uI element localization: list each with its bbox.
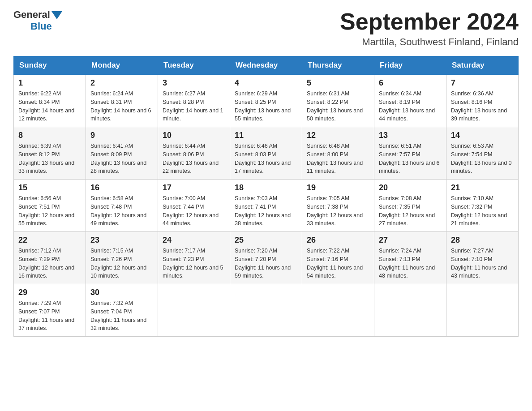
day-number: 3 xyxy=(163,78,225,88)
day-info: Sunrise: 7:29 AM Sunset: 7:07 PM Dayligh… xyxy=(18,299,81,333)
day-info: Sunrise: 6:39 AM Sunset: 8:12 PM Dayligh… xyxy=(18,142,81,176)
calendar-cell: 23 Sunrise: 7:15 AM Sunset: 7:26 PM Dayl… xyxy=(86,232,158,284)
day-number: 1 xyxy=(18,78,81,88)
calendar-cell: 27 Sunrise: 7:24 AM Sunset: 7:13 PM Dayl… xyxy=(374,232,446,284)
day-info: Sunrise: 7:22 AM Sunset: 7:16 PM Dayligh… xyxy=(307,247,369,280)
calendar-cell: 20 Sunrise: 7:08 AM Sunset: 7:35 PM Dayl… xyxy=(374,180,446,232)
day-info: Sunrise: 7:12 AM Sunset: 7:29 PM Dayligh… xyxy=(18,247,81,280)
calendar-cell: 22 Sunrise: 7:12 AM Sunset: 7:29 PM Dayl… xyxy=(14,232,86,284)
logo-blue-text: Blue xyxy=(30,21,52,32)
col-sunday: Sunday xyxy=(14,56,86,75)
calendar-cell: 11 Sunrise: 6:46 AM Sunset: 8:03 PM Dayl… xyxy=(230,127,302,180)
day-info: Sunrise: 6:48 AM Sunset: 8:00 PM Dayligh… xyxy=(307,142,369,176)
calendar-cell: 5 Sunrise: 6:31 AM Sunset: 8:22 PM Dayli… xyxy=(302,75,374,127)
day-number: 28 xyxy=(451,235,514,245)
day-info: Sunrise: 6:27 AM Sunset: 8:28 PM Dayligh… xyxy=(163,90,225,123)
day-number: 6 xyxy=(379,78,442,88)
calendar-cell: 13 Sunrise: 6:51 AM Sunset: 7:57 PM Dayl… xyxy=(374,127,446,180)
calendar-cell: 7 Sunrise: 6:36 AM Sunset: 8:16 PM Dayli… xyxy=(446,75,519,127)
col-thursday: Thursday xyxy=(302,56,374,75)
day-number: 19 xyxy=(307,183,369,193)
calendar-cell: 30 Sunrise: 7:32 AM Sunset: 7:04 PM Dayl… xyxy=(86,284,158,337)
calendar-cell: 16 Sunrise: 6:58 AM Sunset: 7:48 PM Dayl… xyxy=(86,180,158,232)
calendar-cell: 21 Sunrise: 7:10 AM Sunset: 7:32 PM Dayl… xyxy=(446,180,519,232)
calendar-cell: 17 Sunrise: 7:00 AM Sunset: 7:44 PM Dayl… xyxy=(158,180,230,232)
day-info: Sunrise: 6:51 AM Sunset: 7:57 PM Dayligh… xyxy=(379,142,442,176)
calendar-table: Sunday Monday Tuesday Wednesday Thursday… xyxy=(13,56,519,337)
calendar-cell: 14 Sunrise: 6:53 AM Sunset: 7:54 PM Dayl… xyxy=(446,127,519,180)
calendar-cell: 24 Sunrise: 7:17 AM Sunset: 7:23 PM Dayl… xyxy=(158,232,230,284)
day-number: 12 xyxy=(307,131,369,140)
calendar-cell: 29 Sunrise: 7:29 AM Sunset: 7:07 PM Dayl… xyxy=(14,284,86,337)
day-info: Sunrise: 7:08 AM Sunset: 7:35 PM Dayligh… xyxy=(379,194,442,228)
week-row-5: 29 Sunrise: 7:29 AM Sunset: 7:07 PM Dayl… xyxy=(14,284,519,337)
day-info: Sunrise: 6:53 AM Sunset: 7:54 PM Dayligh… xyxy=(451,142,514,176)
calendar-cell: 1 Sunrise: 6:22 AM Sunset: 8:34 PM Dayli… xyxy=(14,75,86,127)
day-info: Sunrise: 6:58 AM Sunset: 7:48 PM Dayligh… xyxy=(90,194,153,228)
day-info: Sunrise: 6:31 AM Sunset: 8:22 PM Dayligh… xyxy=(307,90,369,123)
calendar-cell: 15 Sunrise: 6:56 AM Sunset: 7:51 PM Dayl… xyxy=(14,180,86,232)
day-number: 21 xyxy=(451,183,514,193)
day-number: 17 xyxy=(163,183,225,193)
calendar-cell: 12 Sunrise: 6:48 AM Sunset: 8:00 PM Dayl… xyxy=(302,127,374,180)
location-subtitle: Marttila, Southwest Finland, Finland xyxy=(340,36,519,48)
day-info: Sunrise: 7:10 AM Sunset: 7:32 PM Dayligh… xyxy=(451,194,514,228)
col-saturday: Saturday xyxy=(446,56,519,75)
col-tuesday: Tuesday xyxy=(158,56,230,75)
calendar-cell: 6 Sunrise: 6:34 AM Sunset: 8:19 PM Dayli… xyxy=(374,75,446,127)
day-info: Sunrise: 6:36 AM Sunset: 8:16 PM Dayligh… xyxy=(451,90,514,123)
month-year-title: September 2024 xyxy=(340,9,519,34)
day-number: 26 xyxy=(307,235,369,245)
day-number: 8 xyxy=(18,131,81,140)
calendar-cell: 25 Sunrise: 7:20 AM Sunset: 7:20 PM Dayl… xyxy=(230,232,302,284)
day-info: Sunrise: 7:03 AM Sunset: 7:41 PM Dayligh… xyxy=(235,194,297,228)
day-number: 9 xyxy=(90,131,153,140)
logo-arrow-icon xyxy=(51,11,62,19)
day-number: 27 xyxy=(379,235,442,245)
day-info: Sunrise: 7:17 AM Sunset: 7:23 PM Dayligh… xyxy=(163,247,225,280)
day-info: Sunrise: 7:20 AM Sunset: 7:20 PM Dayligh… xyxy=(235,247,297,280)
logo: General Blue xyxy=(13,9,62,32)
day-number: 4 xyxy=(235,78,297,88)
calendar-cell xyxy=(374,284,446,337)
page-header: General Blue September 2024 Marttila, So… xyxy=(13,9,519,48)
day-number: 29 xyxy=(18,288,81,297)
calendar-header-row: Sunday Monday Tuesday Wednesday Thursday… xyxy=(14,56,519,75)
day-info: Sunrise: 7:32 AM Sunset: 7:04 PM Dayligh… xyxy=(90,299,153,333)
day-info: Sunrise: 7:27 AM Sunset: 7:10 PM Dayligh… xyxy=(451,247,514,280)
day-info: Sunrise: 6:24 AM Sunset: 8:31 PM Dayligh… xyxy=(90,90,153,123)
day-number: 22 xyxy=(18,235,81,245)
calendar-cell: 18 Sunrise: 7:03 AM Sunset: 7:41 PM Dayl… xyxy=(230,180,302,232)
day-number: 2 xyxy=(90,78,153,88)
calendar-cell: 8 Sunrise: 6:39 AM Sunset: 8:12 PM Dayli… xyxy=(14,127,86,180)
day-number: 5 xyxy=(307,78,369,88)
day-number: 16 xyxy=(90,183,153,193)
calendar-cell xyxy=(446,284,519,337)
calendar-cell xyxy=(230,284,302,337)
day-number: 10 xyxy=(163,131,225,140)
calendar-cell: 4 Sunrise: 6:29 AM Sunset: 8:25 PM Dayli… xyxy=(230,75,302,127)
day-info: Sunrise: 7:05 AM Sunset: 7:38 PM Dayligh… xyxy=(307,194,369,228)
logo-general-text: General xyxy=(13,9,50,21)
day-number: 25 xyxy=(235,235,297,245)
day-number: 11 xyxy=(235,131,297,140)
day-number: 7 xyxy=(451,78,514,88)
day-number: 14 xyxy=(451,131,514,140)
day-info: Sunrise: 6:46 AM Sunset: 8:03 PM Dayligh… xyxy=(235,142,297,176)
col-friday: Friday xyxy=(374,56,446,75)
day-info: Sunrise: 6:22 AM Sunset: 8:34 PM Dayligh… xyxy=(18,90,81,123)
week-row-2: 8 Sunrise: 6:39 AM Sunset: 8:12 PM Dayli… xyxy=(14,127,519,180)
day-info: Sunrise: 6:29 AM Sunset: 8:25 PM Dayligh… xyxy=(235,90,297,123)
col-wednesday: Wednesday xyxy=(230,56,302,75)
week-row-1: 1 Sunrise: 6:22 AM Sunset: 8:34 PM Dayli… xyxy=(14,75,519,127)
day-number: 13 xyxy=(379,131,442,140)
day-number: 15 xyxy=(18,183,81,193)
day-info: Sunrise: 6:34 AM Sunset: 8:19 PM Dayligh… xyxy=(379,90,442,123)
week-row-3: 15 Sunrise: 6:56 AM Sunset: 7:51 PM Dayl… xyxy=(14,180,519,232)
week-row-4: 22 Sunrise: 7:12 AM Sunset: 7:29 PM Dayl… xyxy=(14,232,519,284)
calendar-cell: 28 Sunrise: 7:27 AM Sunset: 7:10 PM Dayl… xyxy=(446,232,519,284)
day-info: Sunrise: 6:41 AM Sunset: 8:09 PM Dayligh… xyxy=(90,142,153,176)
day-info: Sunrise: 7:24 AM Sunset: 7:13 PM Dayligh… xyxy=(379,247,442,280)
day-info: Sunrise: 7:00 AM Sunset: 7:44 PM Dayligh… xyxy=(163,194,225,228)
calendar-cell: 2 Sunrise: 6:24 AM Sunset: 8:31 PM Dayli… xyxy=(86,75,158,127)
